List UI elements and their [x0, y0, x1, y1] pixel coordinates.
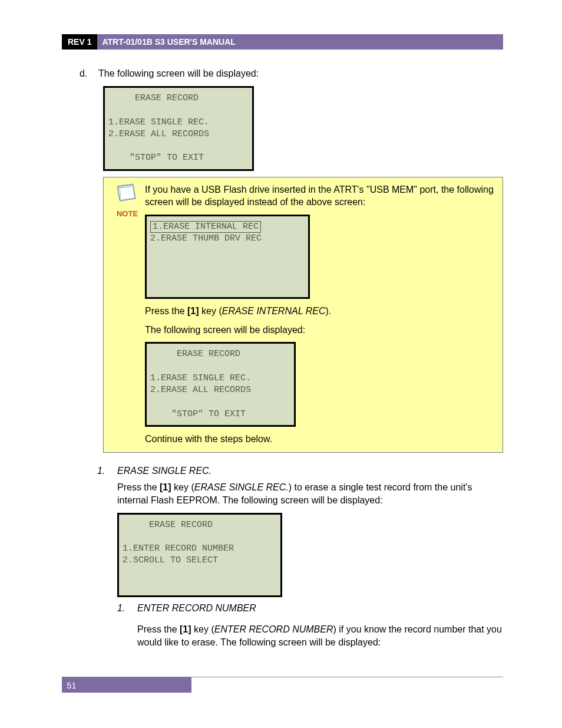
note-right: If you have a USB Flash drive inserted i… [145, 183, 494, 446]
page-body: d. The following screen will be displaye… [62, 50, 503, 648]
opt11-mid: key ( [191, 624, 214, 634]
opt1-opt: ERASE SINGLE REC. [194, 482, 289, 492]
option-1-1-head: ENTER RECORD NUMBER [137, 603, 256, 614]
lcd3-line2: 2.ERASE ALL RECORDS [150, 385, 251, 395]
step-d-text: The following screen will be displayed: [98, 68, 259, 79]
lcd2-line2: 2.ERASE THUMB DRV REC [150, 233, 262, 243]
page-footer: 51 [62, 677, 503, 693]
lcd-screen-2: 1.ERASE INTERNAL REC 2.ERASE THUMB DRV R… [145, 215, 310, 299]
lcd-screen-3: ERASE RECORD 1.ERASE SINGLE REC. 2.ERASE… [145, 342, 296, 427]
lcd1-line1: 1.ERASE SINGLE REC. [108, 117, 209, 127]
key-1-b: [1] [160, 482, 171, 492]
lcd4-line1: 1.ENTER RECORD NUMBER [123, 543, 234, 554]
opt11-opt: ENTER RECORD NUMBER [214, 624, 333, 634]
note-press-pre: Press the [145, 306, 187, 316]
note-left: NOTE [110, 183, 145, 446]
note-continue: Continue with the steps below. [145, 433, 494, 446]
header-bar: REV 1 ATRT-01/01B S3 USER'S MANUAL [62, 34, 503, 50]
lcd-screen-4: ERASE RECORD 1.ENTER RECORD NUMBER 2.SCR… [117, 513, 282, 598]
lcd1-line2: 2.ERASE ALL RECORDS [108, 129, 209, 139]
lcd-screen-1-wrapper: ERASE RECORD 1.ERASE SINGLE REC. 2.ERASE… [103, 86, 503, 171]
key-1: [1] [187, 306, 199, 316]
lcd4-line2: 2.SCROLL TO SELECT [123, 555, 218, 565]
note-intro: If you have a USB Flash drive inserted i… [145, 183, 494, 209]
note-label: NOTE [110, 209, 145, 218]
opt1-pre: Press the [117, 482, 160, 492]
note-icon [115, 183, 139, 206]
note-press-post: ). [325, 306, 331, 316]
manual-title: ATRT-01/01B S3 USER'S MANUAL [97, 34, 503, 50]
note-press-line: Press the [1] key (ERASE INTERNAL REC). [145, 305, 494, 318]
lcd-screen-1: ERASE RECORD 1.ERASE SINGLE REC. 2.ERASE… [103, 86, 254, 171]
option-1: 1. ERASE SINGLE REC. [62, 466, 503, 476]
lcd3-footer: "STOP" TO EXIT [150, 409, 246, 419]
key-1-c: [1] [180, 624, 191, 634]
note-block: NOTE If you have a USB Flash drive inser… [103, 177, 503, 453]
lcd2-line1: 1.ERASE INTERNAL REC [150, 221, 261, 233]
step-d-marker: d. [80, 68, 98, 79]
lcd3-line1: 1.ERASE SINGLE REC. [150, 373, 251, 383]
step-d: d. The following screen will be displaye… [62, 68, 503, 79]
lcd3-title: ERASE RECORD [150, 349, 240, 359]
page-number: 51 [62, 677, 191, 693]
lcd1-footer: "STOP" TO EXIT [108, 153, 204, 163]
option-1-head: ERASE SINGLE REC. [117, 466, 211, 476]
option-1-1-text: Press the [1] key (ENTER RECORD NUMBER) … [137, 623, 503, 648]
option-1-text: Press the [1] key (ERASE SINGLE REC.) to… [117, 481, 503, 506]
opt1-mid: key ( [171, 482, 194, 492]
opt11-pre: Press the [137, 624, 180, 634]
note-following: The following screen will be displayed: [145, 324, 494, 337]
note-press-mid: key ( [199, 306, 222, 316]
lcd1-title: ERASE RECORD [108, 93, 199, 103]
option-1-1: 1. ENTER RECORD NUMBER [62, 603, 503, 614]
option-1-body: Press the [1] key (ERASE SINGLE REC.) to… [62, 481, 503, 597]
option-1-1-num: 1. [117, 603, 137, 614]
option-1-1-body: Press the [1] key (ENTER RECORD NUMBER) … [62, 623, 503, 648]
rev-label: REV 1 [62, 34, 97, 50]
lcd4-title: ERASE RECORD [123, 520, 213, 530]
note-press-opt: ERASE INTERNAL REC [222, 306, 326, 316]
page: REV 1 ATRT-01/01B S3 USER'S MANUAL d. Th… [0, 0, 562, 728]
option-1-num: 1. [97, 466, 117, 476]
